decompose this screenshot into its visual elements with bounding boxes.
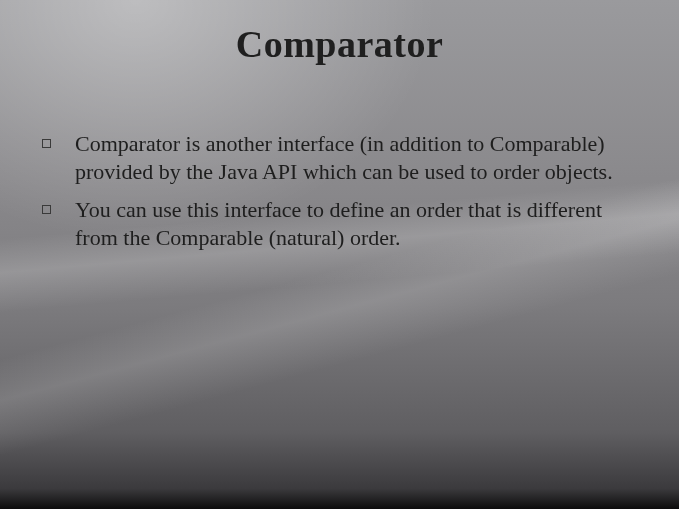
list-item-text: Comparator is another interface (in addi… xyxy=(75,130,635,186)
slide-body: Comparator is another interface (in addi… xyxy=(42,130,635,263)
square-bullet-icon xyxy=(42,205,51,214)
square-bullet-icon xyxy=(42,139,51,148)
slide-title: Comparator xyxy=(0,22,679,66)
slide: Comparator Comparator is another interfa… xyxy=(0,0,679,509)
list-item: You can use this interface to define an … xyxy=(42,196,635,252)
list-item: Comparator is another interface (in addi… xyxy=(42,130,635,186)
list-item-text: You can use this interface to define an … xyxy=(75,196,635,252)
